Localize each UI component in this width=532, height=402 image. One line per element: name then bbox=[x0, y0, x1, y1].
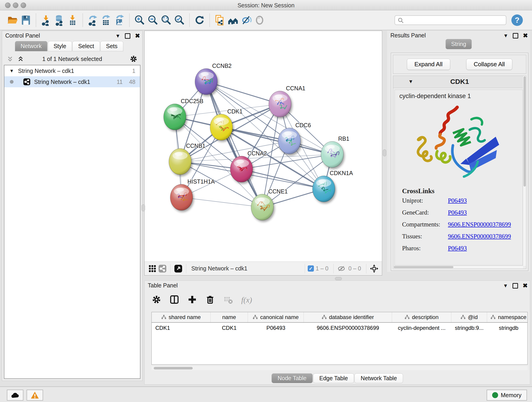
column-header-canonical-name[interactable]: canonical name bbox=[248, 312, 304, 322]
node-label-CDC25B: CDC25B bbox=[181, 98, 203, 104]
close-panel-icon[interactable]: ✖ bbox=[135, 32, 140, 39]
right-splitter-handle[interactable] bbox=[383, 149, 386, 156]
grid-view-icon[interactable] bbox=[147, 264, 157, 274]
tab-edge-table[interactable]: Edge Table bbox=[313, 373, 354, 383]
network-node-count: 11 bbox=[117, 79, 123, 85]
export-table-button[interactable] bbox=[99, 13, 113, 27]
hide-glasses-button[interactable] bbox=[240, 13, 253, 27]
tab-node-table[interactable]: Node Table bbox=[272, 373, 313, 383]
crosslink-value-link[interactable]: P06493 bbox=[448, 209, 467, 216]
import-network-file-button[interactable] bbox=[39, 13, 53, 27]
main-toolbar: ? bbox=[0, 10, 532, 30]
panel-menu-icon[interactable]: ▼ bbox=[503, 33, 508, 39]
memory-button[interactable]: Memory bbox=[487, 390, 527, 401]
panel-menu-icon[interactable]: ▼ bbox=[115, 33, 120, 39]
table-cell: CDK1 bbox=[210, 323, 248, 333]
crosslink-value-link[interactable]: 9606.ENSP00000378699 bbox=[448, 221, 511, 228]
network-node-RB1[interactable] bbox=[321, 141, 343, 167]
float-panel-icon[interactable] bbox=[513, 283, 518, 288]
birds-eye-view-icon[interactable] bbox=[173, 264, 183, 274]
column-header-name[interactable]: name bbox=[210, 312, 248, 322]
bottom-splitter-handle[interactable] bbox=[335, 277, 342, 280]
table-horizontal-scrollbar[interactable] bbox=[152, 366, 528, 370]
tab-network[interactable]: Network bbox=[15, 41, 47, 51]
column-header-description[interactable]: description bbox=[392, 312, 451, 322]
string-home-button[interactable] bbox=[226, 13, 240, 27]
network-row-selected[interactable]: String Network – cdk1 11 48 bbox=[4, 76, 140, 87]
network-share-icon bbox=[23, 78, 31, 85]
close-panel-icon[interactable]: ✖ bbox=[523, 32, 528, 39]
tab-select[interactable]: Select bbox=[72, 41, 100, 51]
network-node-HIST1H1A[interactable] bbox=[170, 184, 193, 211]
toolbar-separator bbox=[129, 13, 130, 27]
eye-button[interactable] bbox=[253, 13, 266, 27]
close-panel-icon[interactable]: ✖ bbox=[523, 282, 528, 289]
float-panel-icon[interactable] bbox=[513, 33, 518, 38]
tab-style[interactable]: Style bbox=[48, 41, 72, 51]
import-network-database-button[interactable] bbox=[53, 13, 66, 27]
tab-network-table[interactable]: Network Table bbox=[355, 373, 403, 383]
network-share-view-icon[interactable] bbox=[157, 264, 167, 274]
export-image-icon bbox=[114, 14, 125, 26]
network-collection-row[interactable]: ▼ String Network – cdk1 1 bbox=[4, 65, 140, 76]
warnings-button[interactable] bbox=[27, 390, 43, 401]
network-node-CDKN1A[interactable] bbox=[312, 176, 335, 202]
network-canvas[interactable]: CCNB2CCNA1CDC25BCDK1CDC6RB1CCNB1CCNA2CDK… bbox=[145, 31, 382, 261]
crosslink-value-link[interactable]: P06493 bbox=[448, 197, 467, 204]
network-node-CCNE1[interactable] bbox=[251, 194, 273, 220]
open-session-button[interactable] bbox=[6, 13, 19, 27]
table-tabs: Node TableEdge TableNetwork Table bbox=[145, 373, 530, 383]
network-node-CDC6[interactable] bbox=[278, 128, 301, 154]
network-node-CDK1[interactable] bbox=[210, 114, 233, 140]
panel-menu-icon[interactable]: ▼ bbox=[503, 283, 508, 289]
zoom-fit-button[interactable] bbox=[159, 13, 173, 27]
table-options-gear-icon[interactable] bbox=[152, 294, 162, 306]
network-node-CCNA2[interactable] bbox=[230, 156, 253, 182]
show-columns-icon[interactable] bbox=[169, 294, 179, 306]
collection-expander-icon[interactable]: ▼ bbox=[9, 68, 14, 74]
selected-checkbox-icon[interactable]: ✓ bbox=[308, 265, 314, 272]
tab-string[interactable]: String bbox=[445, 39, 472, 49]
delete-column-icon[interactable] bbox=[205, 294, 215, 306]
help-button[interactable]: ? bbox=[511, 14, 523, 26]
save-session-button[interactable] bbox=[19, 13, 32, 27]
expand-all-button[interactable]: Expand All bbox=[407, 59, 450, 70]
results-horizontal-scrollbar[interactable] bbox=[393, 266, 523, 269]
pan-crosshair-icon[interactable] bbox=[369, 264, 379, 274]
create-column-icon[interactable] bbox=[187, 294, 197, 306]
title-bar: Session: New Session bbox=[0, 0, 532, 10]
zoom-in-button[interactable] bbox=[133, 13, 146, 27]
zoom-selected-button[interactable] bbox=[173, 13, 186, 27]
glasses-slash-icon bbox=[241, 14, 252, 26]
hidden-count: 0 – 0 bbox=[348, 265, 361, 272]
results-vertical-scrollbar[interactable] bbox=[523, 76, 526, 266]
column-header-database-identifier[interactable]: database identifier bbox=[304, 312, 392, 322]
import-table-file-button[interactable] bbox=[66, 13, 79, 27]
network-node-CDC25B[interactable] bbox=[164, 104, 186, 130]
toolbar-separator bbox=[189, 13, 190, 27]
open-in-string-button[interactable] bbox=[213, 13, 226, 27]
float-panel-icon[interactable] bbox=[125, 33, 130, 39]
left-splitter-handle[interactable] bbox=[142, 204, 145, 211]
table-cell: cyclin-dependent ... bbox=[392, 323, 451, 333]
zoom-out-button[interactable] bbox=[146, 13, 159, 27]
network-node-CCNA1[interactable] bbox=[269, 91, 291, 117]
column-header-shared-name[interactable]: shared name bbox=[152, 312, 210, 322]
crosslink-value-link[interactable]: 9606.ENSP00000378699 bbox=[448, 233, 511, 240]
cloud-status-button[interactable] bbox=[7, 390, 23, 401]
column-header-namespace[interactable]: namespace bbox=[487, 312, 530, 322]
network-options-gear-icon[interactable] bbox=[129, 55, 138, 64]
export-network-button[interactable] bbox=[86, 13, 99, 27]
refresh-button[interactable] bbox=[193, 13, 206, 27]
network-node-CCNB1[interactable] bbox=[169, 148, 191, 175]
crosslink-value-link[interactable]: P06493 bbox=[448, 245, 467, 252]
search-input[interactable] bbox=[394, 15, 506, 25]
column-header--id[interactable]: @id bbox=[451, 312, 487, 322]
tab-sets[interactable]: Sets bbox=[100, 41, 123, 51]
hidden-eye-icon[interactable] bbox=[336, 264, 346, 274]
export-image-button[interactable] bbox=[113, 13, 126, 27]
network-node-CCNB2[interactable] bbox=[195, 69, 217, 95]
gene-header[interactable]: ▼ CDK1 bbox=[393, 76, 526, 88]
collapse-all-button[interactable]: Collapse All bbox=[466, 59, 513, 70]
table-row[interactable]: CDK1CDK1P064939606.ENSP00000378699cyclin… bbox=[152, 323, 527, 333]
